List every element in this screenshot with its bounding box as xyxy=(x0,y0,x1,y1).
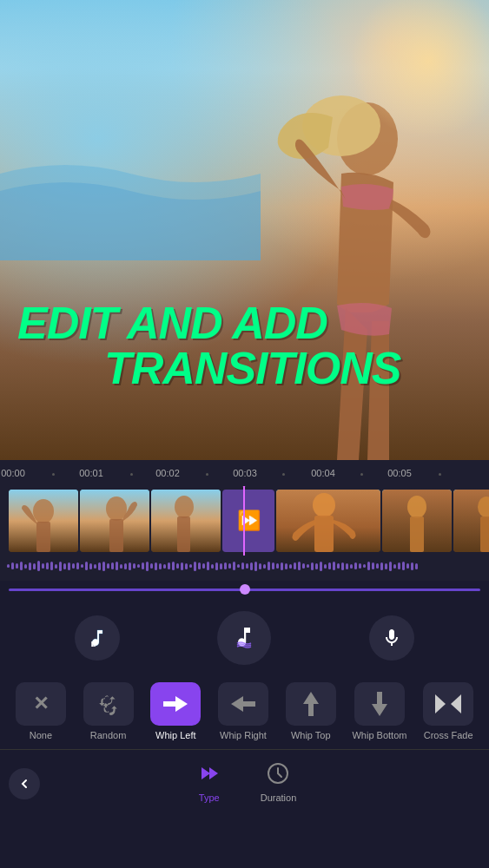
transition-random-icon-box xyxy=(83,682,134,726)
transition-whip-left-icon-box xyxy=(150,682,201,726)
svg-marker-24 xyxy=(163,696,188,712)
transition-whip-bottom-label: Whip Bottom xyxy=(352,730,406,740)
svg-rect-10 xyxy=(177,516,190,552)
transition-cross-fade[interactable]: Cross Fade xyxy=(422,682,474,740)
transition-none-icon-box: ✕ xyxy=(16,682,66,726)
tab-type[interactable]: Type xyxy=(193,757,226,803)
video-clip-1[interactable] xyxy=(9,490,78,552)
scrubber-track[interactable] xyxy=(9,589,480,591)
transition-random[interactable]: Random xyxy=(83,682,135,740)
video-preview: EDIT AND ADD TRANSITIONS xyxy=(0,0,489,460)
overlay-line1: EDIT AND ADD xyxy=(17,300,400,345)
time-ruler: 00:00 00:01 00:02 00:03 00:04 00:05 xyxy=(0,460,489,486)
tab-duration[interactable]: Duration xyxy=(261,757,297,803)
music-note-center-icon xyxy=(232,626,256,650)
transition-cross-fade-label: Cross Fade xyxy=(424,730,473,740)
svg-marker-29 xyxy=(451,694,461,713)
music-note-left-icon xyxy=(87,628,108,648)
video-clip-6[interactable] xyxy=(453,490,489,552)
video-clip-5[interactable] xyxy=(382,490,452,552)
transition-clip[interactable]: ⏩ xyxy=(222,490,274,552)
wave-lines xyxy=(0,560,489,572)
transition-whip-bottom[interactable]: Whip Bottom xyxy=(352,682,406,740)
transition-none-label: None xyxy=(30,730,52,740)
overlay-line2: TRANSITIONS xyxy=(104,345,400,391)
fast-forward-icon xyxy=(198,762,221,785)
microphone-button[interactable] xyxy=(369,615,414,661)
transition-whip-top[interactable]: Whip Top xyxy=(285,682,337,740)
music-left-button[interactable] xyxy=(75,615,120,661)
scrubber-thumb[interactable] xyxy=(240,584,250,595)
person-silhouette xyxy=(254,87,446,460)
transition-whip-top-icon xyxy=(301,692,320,716)
transition-none[interactable]: ✕ None xyxy=(15,682,67,740)
svg-point-12 xyxy=(313,493,335,517)
svg-marker-26 xyxy=(303,692,319,716)
circle-buttons-row xyxy=(0,607,489,674)
transition-random-label: Random xyxy=(90,730,127,740)
clips-strip: ⏩ xyxy=(0,486,489,556)
transition-whip-right[interactable]: Whip Right xyxy=(217,682,269,740)
transition-whip-bottom-icon xyxy=(370,692,389,716)
transition-whip-left-icon xyxy=(163,694,188,713)
svg-rect-4 xyxy=(36,522,50,552)
playhead[interactable] xyxy=(243,486,245,556)
video-clip-4[interactable] xyxy=(276,490,380,552)
svg-point-15 xyxy=(407,496,426,518)
back-button[interactable] xyxy=(9,768,40,799)
tab-duration-icon xyxy=(261,757,294,790)
bottom-tabs: Type Duration xyxy=(0,749,489,810)
transition-random-icon xyxy=(97,693,120,715)
overlay-text: EDIT AND ADD TRANSITIONS xyxy=(17,300,400,391)
tab-type-label: Type xyxy=(199,792,220,803)
transition-whip-top-icon-box xyxy=(286,682,336,726)
video-clip-2[interactable] xyxy=(80,490,149,552)
transition-whip-left-label: Whip Left xyxy=(155,730,195,740)
transition-options-row: ✕ None Random Whip Left xyxy=(0,674,489,745)
svg-rect-13 xyxy=(314,516,334,552)
transition-whip-bottom-icon-box xyxy=(354,682,405,726)
svg-marker-25 xyxy=(231,696,255,712)
timeline-area: 00:00 00:01 00:02 00:03 00:04 00:05 xyxy=(0,460,489,598)
transition-whip-top-label: Whip Top xyxy=(291,730,331,740)
controls-area: ✕ None Random Whip Left xyxy=(0,598,489,810)
tab-duration-label: Duration xyxy=(261,792,297,803)
transition-none-icon: ✕ xyxy=(33,693,49,715)
transition-whip-right-icon xyxy=(231,694,255,713)
transition-cross-fade-icon-box xyxy=(423,682,473,726)
svg-rect-19 xyxy=(480,516,489,552)
svg-point-9 xyxy=(175,496,194,518)
transition-whip-right-label: Whip Right xyxy=(220,730,267,740)
transition-fast-forward-icon: ⏩ xyxy=(237,510,261,532)
video-clip-3[interactable] xyxy=(151,490,221,552)
svg-marker-28 xyxy=(435,694,446,713)
svg-rect-7 xyxy=(109,519,123,552)
clock-icon xyxy=(267,762,289,785)
chevron-left-icon xyxy=(17,777,31,791)
svg-marker-27 xyxy=(372,692,387,716)
tab-type-icon xyxy=(193,757,226,790)
transition-cross-fade-icon xyxy=(435,694,461,713)
scrubber-area[interactable] xyxy=(0,581,489,598)
svg-point-3 xyxy=(33,499,54,523)
beach-waves xyxy=(0,87,261,260)
music-center-button[interactable] xyxy=(217,611,271,665)
microphone-icon xyxy=(381,628,402,648)
transition-whip-left[interactable]: Whip Left xyxy=(149,682,202,740)
transition-whip-right-icon-box xyxy=(218,682,268,726)
svg-rect-16 xyxy=(410,516,424,552)
playhead-triangle xyxy=(239,486,249,488)
audio-track xyxy=(0,557,489,579)
